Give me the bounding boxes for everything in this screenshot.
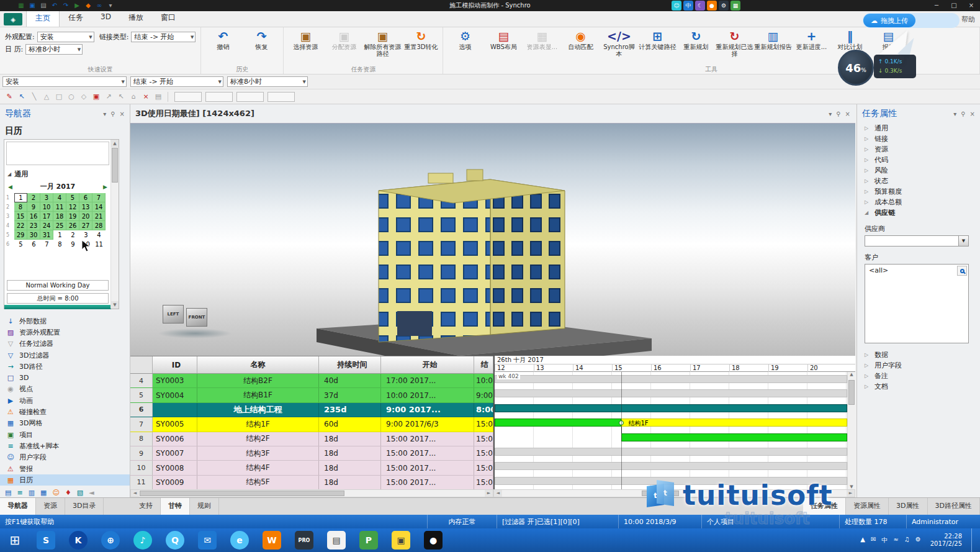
supplier-select[interactable]: ▼ bbox=[865, 235, 969, 247]
customer-value[interactable]: <all> bbox=[869, 266, 888, 274]
task-start-cell[interactable]: 9:00 2017... bbox=[381, 403, 474, 417]
task-name-cell[interactable]: 地上结构工程 bbox=[197, 403, 319, 417]
tray-expand-icon[interactable]: ▲ bbox=[860, 536, 865, 545]
tray-message-icon[interactable]: ✉ bbox=[871, 536, 876, 545]
calendar-day[interactable]: 24 bbox=[40, 221, 53, 230]
appearance-config-select[interactable]: 安装▼ bbox=[37, 32, 94, 42]
auto-match-button[interactable]: ◉ 自动匹配 bbox=[561, 29, 600, 51]
task-id-cell[interactable]: SY0006 bbox=[153, 432, 197, 446]
ime-mic-icon[interactable]: ● bbox=[707, 1, 717, 11]
panel-close-icon[interactable]: × bbox=[120, 111, 125, 117]
expand-arrow-icon[interactable]: ▷ bbox=[865, 384, 870, 389]
calendar-scrollbar[interactable]: ▲ ▼ bbox=[110, 140, 119, 309]
table-horizontal-scrollbar[interactable]: ◄ ► bbox=[130, 489, 493, 497]
line-tool-icon[interactable]: ╲ bbox=[29, 91, 40, 102]
nav-item-animation[interactable]: ▶ 动画 bbox=[0, 395, 130, 406]
tab-task[interactable]: 任务 bbox=[60, 10, 92, 27]
show-desktop-button[interactable] bbox=[971, 528, 978, 552]
building-3d-model[interactable] bbox=[304, 142, 664, 356]
mini-grid-icon[interactable]: ▦ bbox=[40, 489, 47, 497]
synchro-script-button[interactable]: </> Synchro脚本 bbox=[600, 29, 638, 58]
calendar-day[interactable]: 10 bbox=[79, 240, 92, 249]
save-icon[interactable]: ▣ bbox=[27, 0, 37, 11]
solid-rect-tool-icon[interactable]: ▣ bbox=[91, 91, 102, 102]
name-column-header[interactable]: 名称 bbox=[197, 356, 319, 373]
pin-icon[interactable]: ⚲ bbox=[110, 111, 115, 117]
expand-arrow-icon[interactable]: ▷ bbox=[865, 157, 870, 163]
minimize-button[interactable]: ─ bbox=[928, 0, 945, 11]
polygon-tool-icon[interactable]: ⌂ bbox=[128, 91, 139, 102]
circle-tool-icon[interactable]: ○ bbox=[66, 91, 77, 102]
expand-arrow-icon[interactable]: ▷ bbox=[865, 136, 870, 142]
calendar-day[interactable]: 7 bbox=[40, 240, 53, 249]
expand-arrow-icon[interactable]: ▷ bbox=[865, 352, 870, 358]
pencil-icon[interactable]: ✎ bbox=[4, 91, 15, 102]
scrollbar-thumb[interactable] bbox=[140, 491, 344, 496]
duration-column-header[interactable]: 持续时间 bbox=[319, 356, 381, 373]
undo-button[interactable]: ↶ 撤销 bbox=[204, 29, 242, 51]
gantt-bar[interactable] bbox=[495, 477, 847, 485]
wbs-layout-button[interactable]: ▤ WBS布局 bbox=[484, 29, 523, 51]
task-id-cell[interactable]: SY0008 bbox=[153, 461, 197, 474]
taskbar-chat-app-icon[interactable]: ✉ bbox=[198, 531, 217, 550]
task-row[interactable]: 10 SY0008 结构4F 18d 15:00 2017... 15:00 2 bbox=[130, 461, 493, 475]
ime-lang-icon[interactable]: 中 bbox=[683, 1, 693, 11]
pin-icon[interactable]: ⚲ bbox=[961, 111, 965, 117]
gantt-timeline-header[interactable]: 26th 十月 2017 121314151617181920 bbox=[495, 356, 855, 372]
ime-tools-icon[interactable]: ⚙ bbox=[719, 1, 729, 11]
calendar-day[interactable]: 2 bbox=[27, 193, 40, 202]
tab-3d-catalog[interactable]: 3D目录 bbox=[65, 498, 104, 515]
taskbar-music-player-icon[interactable]: ♪ bbox=[133, 531, 152, 550]
task-name-cell[interactable]: 结构B2F bbox=[197, 374, 319, 387]
task-end-cell[interactable]: 15:00 2 bbox=[474, 417, 493, 431]
delete-tool-icon[interactable]: × bbox=[140, 91, 151, 102]
tab-3d-path-properties[interactable]: 3D路径属性 bbox=[928, 498, 980, 515]
tab-3d-properties[interactable]: 3D属性 bbox=[889, 498, 927, 515]
task-name-cell[interactable]: 结构B1F bbox=[197, 388, 319, 402]
nav-item-project[interactable]: ▣ 项目 bbox=[0, 429, 130, 440]
scroll-right-icon[interactable]: ► bbox=[847, 490, 855, 497]
calendar-day[interactable]: 4 bbox=[92, 230, 106, 240]
arrow-ne-tool-icon[interactable]: ↗ bbox=[103, 91, 114, 102]
gantt-bar[interactable] bbox=[621, 433, 847, 441]
prop-data[interactable]: ▷ 数据 bbox=[857, 350, 980, 360]
mini-table-icon[interactable]: ▤ bbox=[5, 489, 11, 497]
task-duration-cell[interactable]: 235d bbox=[319, 403, 381, 417]
nav-item-3d-grid[interactable]: ▦ 3D网格 bbox=[0, 418, 130, 429]
diamond-tool-icon[interactable]: ◇ bbox=[78, 91, 89, 102]
coordinate-input-4[interactable] bbox=[267, 92, 295, 102]
tray-ime-icon[interactable]: 中 bbox=[881, 536, 888, 545]
calendar-day[interactable]: 7 bbox=[92, 193, 106, 202]
resource-table-button[interactable]: ▦ 资源表显... bbox=[523, 29, 561, 51]
task-end-cell[interactable]: 9:00 20 bbox=[474, 388, 493, 402]
mini-list-icon[interactable]: ≡ bbox=[17, 489, 22, 497]
calendar-day[interactable]: 17 bbox=[40, 212, 53, 221]
ime-keyboard-icon[interactable]: ▦ bbox=[731, 1, 740, 11]
expand-arrow-icon[interactable]: ▷ bbox=[865, 147, 870, 152]
nav-item-viewpoint[interactable]: ◉ 视点 bbox=[0, 384, 130, 395]
calendar-day[interactable]: 8 bbox=[53, 240, 66, 249]
link-type-select[interactable]: 结束 -> 开始▼ bbox=[131, 32, 196, 42]
task-name-cell[interactable]: 结构2F bbox=[197, 432, 319, 446]
update-progress-button[interactable]: + 更新进度... bbox=[792, 29, 830, 51]
taskbar-wangwang-icon[interactable]: W bbox=[263, 531, 281, 550]
task-start-cell[interactable]: 9:00 2017/6/3 bbox=[381, 417, 474, 431]
gantt-chart[interactable]: 26th 十月 2017 121314151617181920 wk 402 结… bbox=[493, 356, 855, 489]
tab-home[interactable]: 主页 bbox=[26, 10, 60, 27]
calendar-day[interactable]: 1 bbox=[53, 230, 66, 240]
nav-cube-front[interactable]: FRONT bbox=[186, 308, 207, 327]
task-end-cell[interactable]: 8:00 2 bbox=[474, 403, 493, 417]
task-start-cell[interactable]: 15:00 2017... bbox=[381, 476, 474, 489]
tab-resources[interactable]: 资源 bbox=[36, 498, 65, 515]
gantt-bar[interactable] bbox=[495, 448, 847, 456]
calendar-day[interactable]: 11 bbox=[53, 202, 66, 212]
close-button[interactable]: × bbox=[963, 0, 980, 11]
task-id-cell[interactable]: SY0009 bbox=[153, 476, 197, 489]
tray-network-icon[interactable]: ≈ bbox=[893, 536, 898, 545]
task-end-cell[interactable]: 15:00 2 bbox=[474, 446, 493, 460]
scroll-up-icon[interactable]: ▲ bbox=[848, 372, 855, 377]
calendar-name-box[interactable] bbox=[6, 142, 109, 165]
task-id-cell[interactable]: SY0007 bbox=[153, 446, 197, 460]
row-number-cell[interactable]: 11 bbox=[130, 476, 153, 489]
calendar-day[interactable]: 6 bbox=[79, 193, 92, 202]
